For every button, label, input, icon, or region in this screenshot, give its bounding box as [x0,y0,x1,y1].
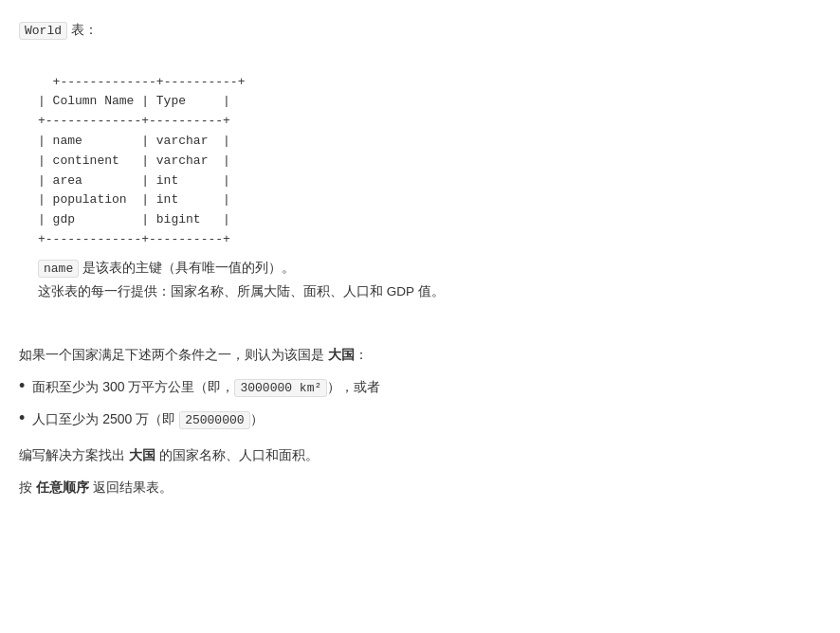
order-bold: 任意顺序 [36,479,89,495]
bullet-dot-2: • [19,409,25,426]
bullet-pop-prefix: 人口至少为 2500 万（即 [32,411,179,426]
description-note: 这张表的每一行提供：国家名称、所属大陆、面积、人口和 GDP 值。 [38,281,802,303]
condition-title: 如果一个国家满足下述两个条件之一，则认为该国是 大国： [19,343,821,367]
table-header-row: | Column Name | Type | [38,94,230,108]
order-suffix: 返回结果表。 [89,479,173,495]
bullet-area-prefix: 面积至少为 300 万平方公里（即， [32,379,234,394]
condition-section: 如果一个国家满足下述两个条件之一，则认为该国是 大国： • 面积至少为 300 … [19,343,821,431]
table-row-continent: | continent | varchar | [38,154,230,168]
bullet-item-area: • 面积至少为 300 万平方公里（即，3000000 km²），或者 [19,376,821,399]
bullet-text-population: 人口至少为 2500 万（即 25000000） [32,408,821,431]
primary-key-note: name 是该表的主键（具有唯一值的列）。 [38,258,802,280]
notes-block: name 是该表的主键（具有唯一值的列）。 这张表的每一行提供：国家名称、所属大… [38,258,802,303]
bullet-area-suffix: ），或者 [327,379,380,394]
table-border-mid: +-------------+----------+ [38,114,230,128]
condition-bold-word: 大国 [328,347,355,362]
condition-title-prefix: 如果一个国家满足下述两个条件之一，则认为该国是 [19,347,328,362]
name-code-note: name [38,260,79,278]
bullet-pop-suffix: ） [250,411,264,426]
bullet-text-area: 面积至少为 300 万平方公里（即，3000000 km²），或者 [32,376,821,399]
condition-title-suffix: ： [355,347,368,362]
area-code: 3000000 km² [234,379,327,397]
order-prefix: 按 [19,479,36,495]
intro-line: World 表： [19,19,821,42]
task-prefix: 编写解决方案找出 [19,447,129,462]
order-line: 按 任意顺序 返回结果表。 [19,477,821,499]
divider [19,309,821,328]
primary-key-text: 是该表的主键（具有唯一值的列）。 [82,261,295,275]
table-border-bot: +-------------+----------+ [38,232,230,246]
table-border-top: +-------------+----------+ [53,75,246,89]
intro-suffix: 表： [67,22,98,37]
task-line: 编写解决方案找出 大国 的国家名称、人口和面积。 [19,444,821,467]
task-suffix: 的国家名称、人口和面积。 [155,447,319,462]
table-name-code: World [19,22,67,40]
table-row-gdp: | gdp | bigint | [38,212,230,226]
bullet-item-population: • 人口至少为 2500 万（即 25000000） [19,408,821,431]
schema-table: +-------------+----------+ | Column Name… [38,53,821,250]
table-row-area: | area | int | [38,173,230,188]
table-row-name: | name | varchar | [38,134,230,148]
task-bold: 大国 [129,447,155,462]
table-row-population: | population | int | [38,192,230,207]
bullet-dot-1: • [19,377,25,394]
population-code: 25000000 [179,411,249,429]
